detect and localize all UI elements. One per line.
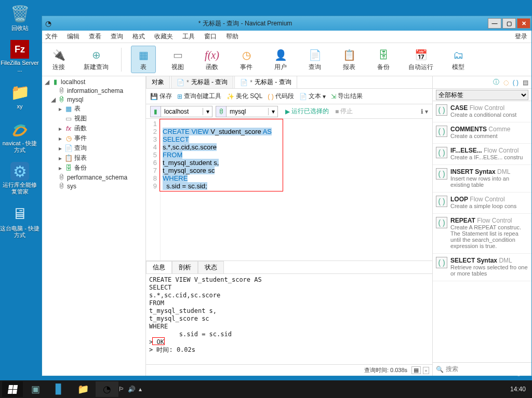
result-panel: 信息 剖析 状态 CREATE VIEW V_student_score AS …	[146, 260, 432, 364]
node-views[interactable]: ▭视图	[42, 114, 145, 123]
desktop-navicat[interactable]: navicat - 快捷方式	[0, 118, 39, 154]
divider	[121, 48, 122, 72]
snippet-item[interactable]: ( )CASE Flow ControlCreate a conditional…	[433, 101, 531, 122]
result-tab-profile[interactable]: 剖析	[172, 261, 198, 273]
snippet-icon: ( )	[436, 104, 447, 116]
ribbon-views[interactable]: ▭视图	[165, 47, 190, 72]
tb-navicat[interactable]: ◔	[96, 381, 118, 397]
panel-icon-list[interactable]: ▤	[523, 79, 528, 86]
snippet-icon: ( )	[436, 168, 447, 180]
node-backup[interactable]: ▸🗄备份	[42, 163, 145, 173]
explain-dropdown-icon[interactable]: ℹ ▾	[421, 108, 428, 115]
titlebar[interactable]: ◔ * 无标题 - 查询 - Navicat Premium — ▢ ✕	[42, 16, 531, 31]
panel-icon-code[interactable]: ◌	[503, 79, 509, 86]
code-body[interactable]: CREATE VIEW V_student_score ASSELECTs.*,…	[161, 119, 432, 260]
node-reports[interactable]: ▸📋报表	[42, 153, 145, 163]
menu-favorites[interactable]: 收藏夹	[154, 32, 173, 41]
query-builder-button[interactable]: ⊞查询创建工具	[177, 92, 221, 101]
snippet-icon: ( )	[436, 196, 447, 207]
desktop-recycle-bin[interactable]: 🗑️回收站	[0, 3, 39, 32]
query-toolbar: 💾保存 ⊞查询创建工具 ✨美化 SQL ( )代码段 📄文本▾ ⇲导出结果	[146, 89, 432, 104]
tray[interactable]: 🏳🔊▴	[118, 386, 142, 393]
desktop-filezilla[interactable]: FzFileZilla Server ...	[0, 40, 39, 73]
tab-query1[interactable]: 📄*无标题 - 查询	[171, 76, 233, 88]
navicat-window: ◔ * 无标题 - 查询 - Navicat Premium — ▢ ✕ 文件 …	[42, 16, 532, 376]
minimize-button[interactable]: —	[488, 18, 501, 29]
desktop-this-pc[interactable]: 🖥这台电脑 - 快捷方式	[0, 203, 39, 239]
save-button[interactable]: 💾保存	[150, 92, 172, 101]
ribbon-events[interactable]: ◷事件	[234, 47, 259, 72]
run-button[interactable]: ▶ 运行已选择的	[285, 107, 329, 116]
db-sys[interactable]: 🛢sys	[42, 182, 145, 190]
menu-file[interactable]: 文件	[45, 32, 58, 41]
db-information-schema[interactable]: 🛢information_schema	[42, 86, 145, 95]
menu-window[interactable]: 窗口	[204, 32, 217, 41]
status-grid-icon[interactable]: ▦	[411, 366, 421, 374]
snippet-filter[interactable]: 全部标签	[436, 90, 528, 100]
db-mysql[interactable]: ◢🛢mysql	[42, 95, 145, 104]
menu-tools[interactable]: 工具	[182, 32, 195, 41]
maximize-button[interactable]: ▢	[502, 18, 516, 29]
snippet-item[interactable]: ( )LOOP Flow ControlCreate a simple loop…	[433, 193, 531, 214]
editor-tabs: 对象 📄*无标题 - 查询 📄*无标题 - 查询	[146, 76, 432, 89]
tab-query2[interactable]: 📄*无标题 - 查询	[234, 76, 297, 88]
start-button[interactable]	[2, 381, 23, 397]
watermark: CSDN @bing人	[483, 368, 527, 377]
result-tab-status[interactable]: 状态	[198, 261, 224, 273]
result-text[interactable]: CREATE VIEW V_student_score AS SELECT s.…	[146, 274, 432, 364]
status-expand-icon[interactable]: ▫	[423, 367, 429, 374]
node-events[interactable]: ▸◷事件	[42, 133, 145, 143]
snippet-item[interactable]: ( )COMMENTS CommeCreate a comment	[433, 122, 531, 144]
menu-format[interactable]: 格式	[132, 32, 145, 41]
menu-query[interactable]: 查询	[111, 32, 123, 41]
snippet-item[interactable]: ( )REPEAT Flow ControlCreate A REPEAT co…	[433, 214, 531, 254]
taskbar-clock[interactable]: 14:40	[510, 386, 530, 393]
node-functions[interactable]: ▸fx函数	[42, 123, 145, 133]
ribbon-functions[interactable]: f(x)函数	[200, 47, 224, 72]
ribbon-automation[interactable]: 📅自动运行	[405, 47, 436, 72]
tab-objects[interactable]: 对象	[146, 76, 170, 88]
beautify-button[interactable]: ✨美化 SQL	[227, 92, 262, 101]
ribbon: 🔌连接 ⊕新建查询 ▦表 ▭视图 f(x)函数 ◷事件 👤用户 📄查询 📋报表 …	[42, 43, 531, 76]
text-button[interactable]: 📄文本▾	[299, 92, 326, 101]
conn-localhost[interactable]: ◢▮localhost	[42, 77, 145, 86]
db-select[interactable]: 🛢mysql▾	[216, 106, 278, 117]
snippet-item[interactable]: ( )SELECT Syntax DMLRetrieve rows select…	[433, 254, 531, 281]
ribbon-users[interactable]: 👤用户	[268, 47, 293, 72]
export-button[interactable]: ⇲导出结果	[331, 92, 363, 101]
stop-button[interactable]: ■ 停止	[335, 107, 353, 116]
result-tab-info[interactable]: 信息	[146, 261, 172, 273]
menu-view[interactable]: 查看	[89, 32, 101, 41]
node-tables[interactable]: ▸▦表	[42, 104, 145, 114]
ribbon-queries[interactable]: 📄查询	[302, 47, 327, 72]
desktop-folder-xy[interactable]: 📁xy	[0, 81, 39, 110]
tb-server-manager[interactable]: ▣	[24, 381, 47, 397]
menu-edit[interactable]: 编辑	[67, 32, 79, 41]
db-performance-schema[interactable]: 🛢performance_schema	[42, 173, 145, 182]
snippet-item[interactable]: ( )IF...ELSE... Flow ControlCreate a IF.…	[433, 144, 531, 165]
ribbon-new-query[interactable]: ⊕新建查询	[81, 47, 112, 72]
tb-explorer[interactable]: 📁	[72, 381, 95, 397]
snippet-button[interactable]: ( )代码段	[268, 92, 294, 101]
ribbon-backup[interactable]: 🗄备份	[371, 47, 396, 72]
login-link[interactable]: 登录	[515, 32, 527, 41]
snippet-item[interactable]: ( )INSERT Syntax DMLInsert new rows into…	[433, 165, 531, 193]
menu-help[interactable]: 帮助	[226, 32, 238, 41]
tb-powershell[interactable]: ▊	[48, 381, 71, 397]
ribbon-connect[interactable]: 🔌连接	[46, 47, 71, 72]
node-queries[interactable]: ▸📄查询	[42, 143, 145, 153]
connection-selectors: ▮localhost▾ 🛢mysql▾ ▶ 运行已选择的 ■ 停止 ℹ ▾	[146, 104, 432, 119]
panel-icon-info[interactable]: ⓘ	[493, 78, 499, 87]
sql-editor[interactable]: 123456789 CREATE VIEW V_student_score AS…	[146, 119, 432, 260]
snippet-icon: ( )	[436, 147, 447, 158]
line-gutter: 123456789	[146, 119, 161, 260]
connection-tree: ◢▮localhost 🛢information_schema ◢🛢mysql …	[42, 76, 146, 376]
ribbon-reports[interactable]: 📋报表	[337, 47, 362, 72]
panel-icon-brackets[interactable]: ( )	[513, 79, 518, 86]
desktop-runtime-fix[interactable]: ⚙运行库全能修复管家	[0, 162, 39, 195]
ribbon-tables[interactable]: ▦表	[131, 46, 156, 73]
host-select[interactable]: ▮localhost▾	[150, 106, 212, 117]
close-button[interactable]: ✕	[517, 18, 530, 29]
query-time: 查询时间: 0.038s	[364, 366, 407, 374]
ribbon-model[interactable]: 🗂模型	[446, 47, 471, 72]
